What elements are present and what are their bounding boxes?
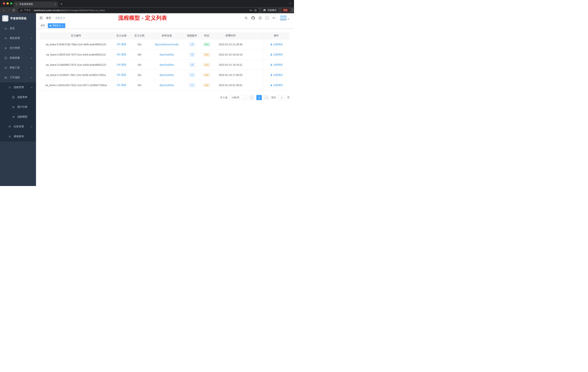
sidebar-item-label: 任务管理 [14,125,31,128]
definition-name-link[interactable]: OA 请假 [117,43,126,46]
tools-icon [4,66,7,69]
sidebar-item[interactable]: 流程管理 [0,82,36,92]
form-link[interactable]: /bpm/oa/flow [159,53,174,56]
back-button[interactable]: ← [1,9,6,12]
sidebar-item[interactable]: 用户分组 [0,102,36,112]
definition-name-link[interactable]: OA 请假 [117,84,126,87]
cell-deploy-time: 2022-01-22 21:48:38 [214,39,247,49]
tab-close-icon[interactable]: × [54,3,56,6]
forward-button[interactable]: → [6,9,11,12]
sidebar-item[interactable]: 首页 [0,23,36,33]
bookmark-star-icon[interactable] [254,9,257,12]
tab-search-chevron-icon[interactable] [289,2,292,5]
definition-name-link[interactable]: OA 请假 [117,53,126,56]
sidebar-item[interactable]: 任务管理 [0,122,36,131]
sidebar-item[interactable]: 研发工具 [0,63,36,73]
form-link[interactable]: /bpm/oa/flow [159,74,174,77]
search-icon[interactable] [244,16,248,20]
help-icon[interactable]: ? [259,16,262,20]
cell-deploy-time: 2022-01-16 01:40:51 [214,80,247,90]
page-title-annotation: 流程模型 - 定义列表 [118,14,167,22]
sidebar-item[interactable]: 系统管理 [0,33,36,43]
sidebar-logo[interactable]: 芋道管理系统 [0,13,36,23]
sidebar-item[interactable]: 工作流程 [0,73,36,82]
sidebar-item[interactable]: 基础设施 [0,53,36,63]
version-badge: v2 [189,73,195,77]
gauge-icon [4,27,7,30]
tag-close-icon[interactable]: × [62,24,63,27]
table-row: oa_leave:5:004b710b-7b8a-11ec-8ef0-acde4… [40,39,290,50]
assign-rule-link[interactable]: 分配规则 [270,73,283,77]
sidebar-item-label: 流程表单 [17,96,33,99]
column-header: 部署时间 [214,32,247,39]
form-link[interactable]: /bpm/oa/leave/create [155,43,179,46]
browser-tab[interactable]: 芋道管理系统 × [13,1,58,7]
column-spacer [247,32,263,39]
github-icon[interactable] [252,16,255,20]
svg-text:T: T [273,17,274,20]
url-path: /bpm/manager/definition?key=oa_leave [64,9,105,12]
assign-rule-link[interactable]: 分配规则 [270,43,283,46]
cell-deploy-time: 2022-01-22 20:34:10 [214,50,247,59]
definition-name-link[interactable]: OA 请假 [117,73,126,77]
security-label[interactable]: 不安全 [24,9,31,12]
prev-page-button[interactable] [249,95,254,100]
fullscreen-icon[interactable] [266,17,269,20]
reload-button[interactable] [11,9,16,12]
sidebar-item[interactable]: 请假查询 [0,131,36,142]
url-text[interactable]: dashboard.yudao.iocoder.cn/bpm/manager/d… [34,9,248,12]
chevron-down-icon [31,126,33,128]
user-avatar-menu[interactable] [280,15,289,20]
assign-rule-link[interactable]: 分配规则 [270,63,283,66]
cell-deploy-time: 2022-01-22 19:19:11 [214,60,247,70]
column-header: 定义名称 [112,32,131,39]
browser-menu-icon[interactable] [292,9,293,12]
chevron-down-icon [31,47,33,49]
avatar [280,15,287,20]
goto-page-input[interactable] [278,95,285,100]
version-badge: v3 [189,63,195,67]
status-badge: 挂起 [203,73,210,77]
form-link[interactable]: /bpm/oa/flow [159,63,174,66]
tag-process-definition[interactable]: 流程定义 × [48,23,65,28]
definition-name-link[interactable]: OA 请假 [117,63,126,66]
version-badge: v1 [189,83,195,87]
breadcrumb-home[interactable]: 首页 [46,16,51,19]
app-shell: 芋道管理系统 首页系统管理¥支付管理基础设施研发工具工作流程流程管理流程表单用户… [0,13,294,186]
cell-spacer [247,50,263,59]
chevron-up-icon [31,77,33,79]
workflow-icon [4,76,7,79]
minimize-window-button[interactable] [7,2,9,5]
close-window-button[interactable] [3,2,5,5]
font-size-icon[interactable]: TT [272,17,276,20]
gear-icon [4,37,7,40]
infra-icon [4,57,7,59]
model-icon [12,116,15,118]
sidebar-item-label: 请假查询 [14,135,33,138]
pagination: 共 5 条 10条/页 1 前往 页 [40,95,290,100]
form-link[interactable]: /bpm/oa/flow [159,84,174,87]
assign-rule-link[interactable]: 分配规则 [270,84,283,87]
main-content: 定义编号 定义名称 定义分类 表单信息 流程版本 状态 部署时间 操作 oa_l… [36,29,294,100]
page-size-select[interactable]: 10条/页 [230,95,247,100]
svg-text:T: T [274,17,276,19]
cell-category: OA [131,39,148,49]
maximize-window-button[interactable] [10,2,12,5]
page-1-button[interactable]: 1 [256,95,262,100]
sidebar-item[interactable]: 流程模型 [0,112,36,122]
sidebar-item[interactable]: ¥支付管理 [0,43,36,53]
address-bar[interactable]: 不安全 dashboard.yudao.iocoder.cn/bpm/manag… [18,8,259,13]
assign-rule-link[interactable]: 分配规则 [270,53,283,56]
not-secure-warning-icon [20,9,22,11]
tag-home[interactable]: 首页 [39,23,47,28]
hamburger-icon[interactable] [39,16,43,20]
status-badge: 挂起 [203,63,210,67]
next-page-button[interactable] [264,95,269,100]
sidebar-item[interactable]: 流程表单 [0,92,36,102]
new-tab-button[interactable]: + [60,2,63,6]
password-key-icon[interactable] [250,9,252,12]
browser-tab-strip: 芋道管理系统 × + [0,0,294,7]
update-browser-button[interactable]: 更新 [281,8,290,12]
cell-spacer [247,80,263,90]
browser-toolbar: ← → 不安全 dashboard.yudao.iocoder.cn/bpm/m… [0,7,294,13]
